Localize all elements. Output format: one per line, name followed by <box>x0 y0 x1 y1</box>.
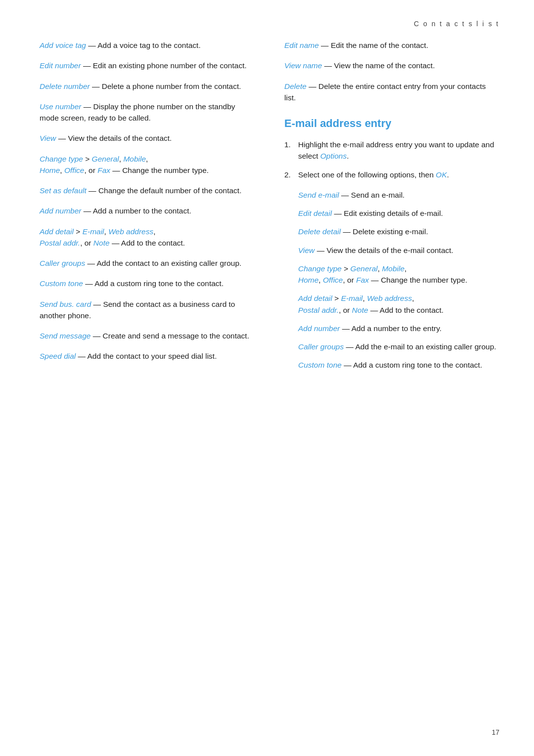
term-delete-number: Delete number <box>40 82 90 90</box>
term-custom-tone-email: Custom tone <box>298 361 342 369</box>
left-column: Add voice tag — Add a voice tag to the c… <box>40 40 255 387</box>
term-use-number: Use number <box>40 102 81 111</box>
term-send-email: Send e-mail <box>298 191 339 199</box>
right-column: Edit name — Edit the name of the contact… <box>284 40 499 387</box>
term-postal-addr-email: Postal addr. <box>298 306 339 314</box>
list-text-2: Select one of the following options, the… <box>298 169 449 180</box>
def-set-as-default: — Change the default number of the conta… <box>89 186 241 195</box>
def-delete-detail: — Delete existing e-mail. <box>343 227 428 236</box>
list-num-1: 1. <box>284 139 294 162</box>
entry-add-number: Add number — Add a number to the contact… <box>40 205 255 216</box>
sub-entry-send-email: Send e-mail — Send an e-mail. <box>298 189 499 201</box>
term-view-name: View name <box>284 61 322 70</box>
def-add-voice-tag: — Add a voice tag to the contact. <box>88 41 200 49</box>
term-edit-number: Edit number <box>40 61 81 70</box>
page: C o n t a c t s l i s t Add voice tag — … <box>0 0 534 756</box>
term-general-email: General <box>351 264 378 273</box>
term-view-email: View <box>298 246 314 254</box>
section-heading-email: E-mail address entry <box>284 117 499 130</box>
term-delete-detail: Delete detail <box>298 227 341 236</box>
term-office: Office <box>64 166 84 174</box>
term-email-email: E-mail <box>341 294 363 302</box>
term-note-email: Note <box>352 306 368 314</box>
section-email-address: E-mail address entry 1. Highlight the e-… <box>284 117 499 378</box>
term-caller-groups-email: Caller groups <box>298 342 344 351</box>
entry-add-voice-tag: Add voice tag — Add a voice tag to the c… <box>40 40 255 51</box>
list-item-1: 1. Highlight the e-mail address entry yo… <box>284 139 499 162</box>
sub-entry-add-number-email: Add number — Add a number to the entry. <box>298 323 499 334</box>
def-change-type-email: — Change the number type. <box>371 276 467 284</box>
def-view-name: — View the name of the contact. <box>324 61 435 70</box>
sub-entry-change-type-email: Change type > General, Mobile, Home, Off… <box>298 263 499 286</box>
term-send-message: Send message <box>40 332 90 340</box>
list-item-2: 2. Select one of the following options, … <box>284 169 499 378</box>
def-view: — View the details of the contact. <box>58 134 172 142</box>
term-web-address-email: Web address <box>367 294 412 302</box>
entry-edit-number: Edit number — Edit an existing phone num… <box>40 60 255 71</box>
def-send-email: — Send an e-mail. <box>341 191 404 199</box>
sub-entry-custom-tone-email: Custom tone — Add a custom ring tone to … <box>298 359 499 371</box>
entry-add-detail: Add detail > E-mail, Web address, Postal… <box>40 226 255 249</box>
sub-entry-caller-groups-email: Caller groups — Add the e-mail to an exi… <box>298 341 499 352</box>
term-general: General <box>92 155 119 163</box>
def-custom-tone-email: — Add a custom ring tone to the contact. <box>344 361 482 369</box>
term-view: View <box>40 134 56 142</box>
list-num-2: 2. <box>284 169 294 180</box>
term-mobile-email: Mobile <box>382 264 404 273</box>
term-custom-tone: Custom tone <box>40 279 83 288</box>
list-text-1: Highlight the e-mail address entry you w… <box>298 139 499 162</box>
term-change-type-email: Change type <box>298 264 342 273</box>
def-add-detail: — Add to the contact. <box>112 239 185 247</box>
def-view-email: — View the details of the e-mail contact… <box>317 246 453 254</box>
term-home: Home <box>40 166 60 174</box>
separator-change-type: > <box>85 155 89 163</box>
entry-set-as-default: Set as default — Change the default numb… <box>40 185 255 196</box>
def-delete-number: — Delete a phone number from the contact… <box>92 82 241 90</box>
term-add-detail: Add detail <box>40 227 74 236</box>
term-postal-addr: Postal addr. <box>40 239 80 247</box>
term-mobile: Mobile <box>123 155 146 163</box>
def-caller-groups-email: — Add the e-mail to an existing caller g… <box>346 342 496 351</box>
term-home-email: Home <box>298 276 318 284</box>
entry-delete: Delete — Delete the entire contact entry… <box>284 81 499 104</box>
term-add-voice-tag: Add voice tag <box>40 41 86 49</box>
term-edit-detail: Edit detail <box>298 209 332 217</box>
def-custom-tone: — Add a custom ring tone to the contact. <box>85 279 223 288</box>
term-office-email: Office <box>323 276 343 284</box>
def-delete: — Delete the entire contact entry from y… <box>284 82 486 102</box>
sub-entry-edit-detail: Edit detail — Edit existing details of e… <box>298 208 499 219</box>
sub-entry-add-detail-email: Add detail > E-mail, Web address, Postal… <box>298 293 499 316</box>
entry-send-bus-card: Send bus. card — Send the contact as a b… <box>40 298 255 322</box>
def-change-type: — Change the number type. <box>112 166 209 174</box>
content-area: Add voice tag — Add a voice tag to the c… <box>40 40 499 387</box>
page-number: 17 <box>491 728 499 736</box>
page-header: C o n t a c t s l i s t <box>414 20 499 28</box>
term-add-detail-email: Add detail <box>298 294 332 302</box>
def-add-detail-email: — Add to the contact. <box>370 306 444 314</box>
term-caller-groups: Caller groups <box>40 259 85 267</box>
entry-edit-name: Edit name — Edit the name of the contact… <box>284 40 499 51</box>
entry-change-type: Change type > General, Mobile, Home, Off… <box>40 153 255 176</box>
term-change-type: Change type <box>40 155 83 163</box>
term-set-as-default: Set as default <box>40 186 87 195</box>
entry-use-number: Use number — Display the phone number on… <box>40 101 255 124</box>
term-note: Note <box>93 239 110 247</box>
term-delete: Delete <box>284 82 307 90</box>
term-add-number: Add number <box>40 207 81 215</box>
numbered-list: 1. Highlight the e-mail address entry yo… <box>284 139 499 378</box>
term-options: Options <box>320 152 347 160</box>
entry-send-message: Send message — Create and send a message… <box>40 330 255 341</box>
term-email-sub: E-mail <box>83 227 104 236</box>
def-edit-name: — Edit the name of the contact. <box>321 41 428 49</box>
entry-delete-number: Delete number — Delete a phone number fr… <box>40 81 255 92</box>
term-speed-dial: Speed dial <box>40 352 76 360</box>
entry-view: View — View the details of the contact. <box>40 132 255 144</box>
sub-entry-delete-detail: Delete detail — Delete existing e-mail. <box>298 226 499 237</box>
term-send-bus-card: Send bus. card <box>40 300 91 308</box>
sub-entries: Send e-mail — Send an e-mail. Edit detai… <box>298 189 499 378</box>
entry-caller-groups: Caller groups — Add the contact to an ex… <box>40 257 255 269</box>
sub-entry-view-email: View — View the details of the e-mail co… <box>298 245 499 256</box>
term-edit-name: Edit name <box>284 41 319 49</box>
term-ok: OK <box>436 170 446 179</box>
list-item-2-header: 2. Select one of the following options, … <box>284 169 499 180</box>
